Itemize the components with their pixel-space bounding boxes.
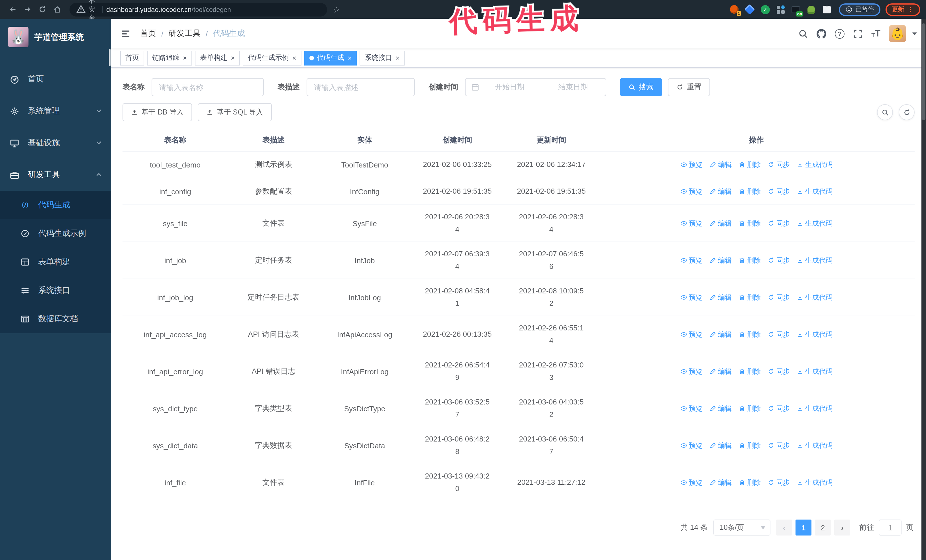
import-sql-button[interactable]: 基于 SQL 导入 [198,103,272,121]
tag[interactable]: 代码生成示例 × [243,50,301,65]
preview-link[interactable]: 预览 [680,404,703,413]
table-row[interactable]: inf_job 定时任务表 InfJob 2021-02-07 06:39:34… [123,242,915,279]
browser-back-icon[interactable] [6,3,20,16]
breadcrumb-home[interactable]: 首页 [140,29,156,39]
delete-link[interactable]: 删除 [738,329,761,339]
sync-link[interactable]: 同步 [767,441,790,450]
tag[interactable]: 链路追踪 × [147,50,192,65]
edit-link[interactable]: 编辑 [710,255,732,265]
close-icon[interactable]: × [348,54,352,61]
edit-link[interactable]: 编辑 [710,219,732,228]
paused-badge[interactable]: 😲 已暂停 [839,3,881,16]
extension-icon-dark[interactable]: on [791,5,801,14]
extension-icon-grid[interactable] [776,5,785,14]
github-icon[interactable] [817,29,826,38]
goto-page-input[interactable] [879,519,902,536]
preview-link[interactable]: 预览 [680,160,703,169]
help-icon[interactable]: ? [835,29,844,38]
next-page-button[interactable]: › [834,519,850,536]
preview-link[interactable]: 预览 [680,478,703,488]
browser-forward-icon[interactable] [21,3,34,16]
edit-link[interactable]: 编辑 [710,404,732,413]
preview-link[interactable]: 预览 [680,255,703,265]
sync-link[interactable]: 同步 [767,329,790,339]
sync-link[interactable]: 同步 [767,187,790,196]
sidebar-subitem-form-builder[interactable]: 表单构建 [0,248,111,276]
table-row[interactable]: inf_job_log 定时任务日志表 InfJobLog 2021-02-08… [123,279,915,315]
table-row[interactable]: inf_config 参数配置表 InfConfig 2021-02-06 19… [123,178,915,205]
table-row[interactable]: inf_file 文件表 InfFile 2021-03-13 09:43:20… [123,464,915,501]
sync-link[interactable]: 同步 [767,293,790,302]
end-date-placeholder[interactable]: 结束日期 [546,82,600,92]
sidebar-item-system[interactable]: 系统管理 [0,95,111,127]
generate-code-link[interactable]: 生成代码 [797,293,832,302]
delete-link[interactable]: 删除 [738,478,761,488]
extension-icon-puzzle[interactable] [822,5,832,14]
update-badge[interactable]: 更新 ⋮ [885,3,920,16]
refresh-table-button[interactable] [899,104,915,120]
toggle-search-button[interactable] [877,104,893,120]
browser-home-icon[interactable] [50,3,64,16]
tag[interactable]: 系统接口 × [360,50,405,65]
edit-link[interactable]: 编辑 [710,160,732,169]
import-db-button[interactable]: 基于 DB 导入 [123,103,192,121]
table-row[interactable]: inf_api_error_log API 错误日志 InfApiErrorLo… [123,353,915,389]
delete-link[interactable]: 删除 [738,187,761,196]
close-icon[interactable]: × [292,54,296,61]
table-row[interactable]: sys_file 文件表 SysFile 2021-02-06 20:28:34… [123,205,915,242]
sync-link[interactable]: 同步 [767,160,790,169]
sidebar-subitem-codegen-demo[interactable]: 代码生成示例 [0,219,111,248]
table-row[interactable]: sys_dict_type 字典类型表 SysDictType 2021-03-… [123,389,915,427]
sidebar-item-devtools[interactable]: 研发工具 [0,159,111,191]
edit-link[interactable]: 编辑 [710,367,732,376]
sync-link[interactable]: 同步 [767,478,790,488]
generate-code-link[interactable]: 生成代码 [797,255,832,265]
sidebar-subitem-db-doc[interactable]: 数据库文档 [0,305,111,333]
delete-link[interactable]: 删除 [738,255,761,265]
reset-button[interactable]: 重置 [668,78,710,96]
preview-link[interactable]: 预览 [680,219,703,228]
generate-code-link[interactable]: 生成代码 [797,219,832,228]
avatar-caret-down-icon[interactable] [912,32,917,35]
edit-link[interactable]: 编辑 [710,187,732,196]
sync-link[interactable]: 同步 [767,404,790,413]
tag[interactable]: 首页 [120,50,144,65]
user-avatar[interactable]: 👶 [889,25,906,42]
generate-code-link[interactable]: 生成代码 [797,478,832,488]
browser-reload-icon[interactable] [35,3,49,16]
delete-link[interactable]: 删除 [738,293,761,302]
generate-code-link[interactable]: 生成代码 [797,187,832,196]
sidebar-subitem-codegen[interactable]: 代码生成 [0,191,111,219]
preview-link[interactable]: 预览 [680,293,703,302]
font-size-icon[interactable]: TT [871,29,881,38]
app-logo-row[interactable]: 🐰 芋道管理系统 [0,19,111,55]
hamburger-icon[interactable] [120,28,131,39]
sidebar-item-infra[interactable]: 基础设施 [0,127,111,159]
table-name-input[interactable] [151,78,264,96]
page-button-2[interactable]: 2 [815,519,831,536]
tag[interactable]: 表单构建 × [195,50,240,65]
generate-code-link[interactable]: 生成代码 [797,329,832,339]
extension-icon-alien[interactable] [806,5,816,14]
delete-link[interactable]: 删除 [738,219,761,228]
table-desc-input[interactable] [307,78,415,96]
delete-link[interactable]: 删除 [738,160,761,169]
close-icon[interactable]: × [231,54,235,61]
extension-icon-check[interactable]: ✓ [761,5,770,14]
preview-link[interactable]: 预览 [680,187,703,196]
extension-icon-orange[interactable]: 1 [730,5,739,14]
close-icon[interactable]: × [395,54,399,61]
search-button[interactable]: 搜索 [620,78,662,96]
table-row[interactable]: sys_dict_data 字典数据表 SysDictData 2021-03-… [123,427,915,464]
delete-link[interactable]: 删除 [738,367,761,376]
prev-page-button[interactable]: ‹ [776,519,792,536]
sidebar-scrollbar-thumb[interactable] [109,49,110,66]
start-date-placeholder[interactable]: 开始日期 [483,82,537,92]
delete-link[interactable]: 删除 [738,441,761,450]
preview-link[interactable]: 预览 [680,441,703,450]
edit-link[interactable]: 编辑 [710,478,732,488]
sync-link[interactable]: 同步 [767,367,790,376]
bookmark-star-icon[interactable]: ☆ [333,5,340,14]
edit-link[interactable]: 编辑 [710,329,732,339]
table-row[interactable]: inf_api_access_log API 访问日志表 InfApiAcces… [123,315,915,353]
